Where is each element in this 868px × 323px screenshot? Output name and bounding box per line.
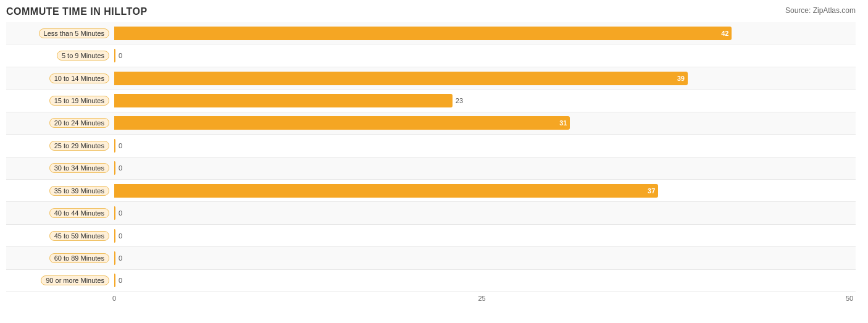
bar-row: 90 or more Minutes0 xyxy=(6,270,856,292)
bar-area: 0 xyxy=(114,135,856,156)
bar-label: 20 to 24 Minutes xyxy=(6,119,114,127)
bar-label: 25 to 29 Minutes xyxy=(6,141,114,150)
bar-value-label: 37 xyxy=(648,187,658,195)
bar: 39 xyxy=(114,72,688,85)
chart-body: Less than 5 Minutes425 to 9 Minutes010 t… xyxy=(6,22,856,292)
bar: 42 xyxy=(114,27,732,40)
bar-label: 5 to 9 Minutes xyxy=(6,51,114,60)
chart-source: Source: ZipAtlas.com xyxy=(785,6,856,15)
bar-label: 45 to 59 Minutes xyxy=(6,232,114,240)
bar-value-label: 0 xyxy=(115,209,122,217)
bar xyxy=(114,161,115,175)
bar-value-label: 39 xyxy=(677,75,688,82)
bar-row: 40 to 44 Minutes0 xyxy=(6,202,856,224)
bar-value-label: 31 xyxy=(559,119,570,127)
x-axis-tick: 25 xyxy=(478,295,485,302)
bar: 31 xyxy=(114,116,570,130)
bar-area: 0 xyxy=(114,157,856,179)
bar-value-label: 0 xyxy=(115,277,122,284)
chart-title: COMMUTE TIME IN HILLTOP xyxy=(6,6,148,17)
bar-label: 10 to 14 Minutes xyxy=(6,74,114,83)
bar-row: 5 to 9 Minutes0 xyxy=(6,44,856,67)
bar-area: 37 xyxy=(114,180,856,201)
bar-area: 0 xyxy=(114,202,856,224)
bar-area: 0 xyxy=(114,44,856,66)
bar-label: 60 to 89 Minutes xyxy=(6,254,114,262)
bar-area: 0 xyxy=(114,225,856,246)
bar xyxy=(114,274,115,287)
bar-label: 40 to 44 Minutes xyxy=(6,209,114,217)
bar-value-label: 0 xyxy=(115,142,122,149)
bar xyxy=(114,251,115,265)
bar xyxy=(114,49,115,62)
bar xyxy=(114,94,453,107)
bar-value-label: 0 xyxy=(115,254,122,262)
bar-row: 10 to 14 Minutes39 xyxy=(6,67,856,90)
bar-row: 20 to 24 Minutes31 xyxy=(6,112,856,135)
x-axis-tick: 50 xyxy=(846,295,853,302)
bar: 37 xyxy=(114,184,658,198)
x-axis-tick: 0 xyxy=(112,295,116,302)
bar-value-label: 42 xyxy=(721,30,732,37)
bar-row: 30 to 34 Minutes0 xyxy=(6,157,856,180)
bar xyxy=(114,206,115,220)
chart-header: COMMUTE TIME IN HILLTOP Source: ZipAtlas… xyxy=(6,6,856,17)
bar-row: 45 to 59 Minutes0 xyxy=(6,225,856,247)
bar-row: 25 to 29 Minutes0 xyxy=(6,135,856,157)
bar-row: 60 to 89 Minutes0 xyxy=(6,247,856,269)
bar-row: Less than 5 Minutes42 xyxy=(6,22,856,44)
bar-area: 23 xyxy=(114,90,856,111)
bar-label: Less than 5 Minutes xyxy=(6,29,114,38)
bar-area: 0 xyxy=(114,247,856,269)
x-axis: 02550 xyxy=(114,292,849,304)
bar-value-label: 0 xyxy=(115,232,122,240)
bar-area: 0 xyxy=(114,270,856,292)
bar-area: 42 xyxy=(114,22,856,44)
bar xyxy=(114,229,115,243)
bar-label: 15 to 19 Minutes xyxy=(6,96,114,105)
bar xyxy=(114,139,115,153)
bar-row: 15 to 19 Minutes23 xyxy=(6,90,856,112)
chart-container: COMMUTE TIME IN HILLTOP Source: ZipAtlas… xyxy=(0,0,868,323)
bar-value-label: 0 xyxy=(115,164,122,172)
bar-area: 39 xyxy=(114,67,856,89)
bar-label: 35 to 39 Minutes xyxy=(6,187,114,195)
bar-row: 35 to 39 Minutes37 xyxy=(6,180,856,202)
bar-label: 30 to 34 Minutes xyxy=(6,164,114,172)
bar-label: 90 or more Minutes xyxy=(6,276,114,285)
bar-area: 31 xyxy=(114,112,856,134)
bar-value-label: 23 xyxy=(453,97,463,104)
bar-value-label: 0 xyxy=(115,52,122,59)
